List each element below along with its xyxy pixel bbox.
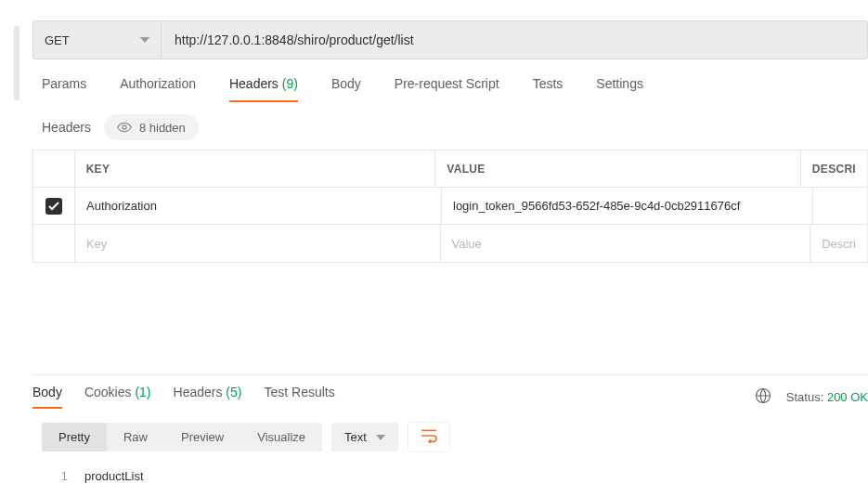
- col-checkbox: [33, 150, 75, 187]
- status-value: 200 OK: [827, 390, 868, 404]
- headers-title: Headers: [42, 120, 91, 135]
- line-number: 1: [51, 469, 84, 483]
- resp-tab-body[interactable]: Body: [32, 385, 62, 409]
- row-checkbox[interactable]: [45, 198, 62, 215]
- headers-table: KEY VALUE DESCRI Authorization login_tok…: [32, 150, 868, 263]
- tab-params[interactable]: Params: [42, 76, 86, 102]
- view-pretty[interactable]: Pretty: [42, 423, 107, 451]
- tab-body[interactable]: Body: [331, 76, 361, 102]
- status: Status: 200 OK: [786, 390, 868, 404]
- headers-table-new-row[interactable]: Key Value Descri: [33, 225, 867, 262]
- new-row-checkbox-cell: [33, 225, 75, 262]
- new-row-value[interactable]: Value: [441, 225, 811, 262]
- col-desc: DESCRI: [801, 150, 867, 187]
- sidebar-handle[interactable]: [14, 26, 19, 100]
- headers-subheader: Headers 8 hidden: [32, 103, 868, 150]
- method-value: GET: [45, 33, 70, 47]
- tab-authorization[interactable]: Authorization: [120, 76, 196, 102]
- view-raw[interactable]: Raw: [107, 423, 164, 451]
- tab-prerequest[interactable]: Pre-request Script: [395, 76, 499, 102]
- code-line: productList: [84, 469, 144, 483]
- status-label: Status:: [786, 390, 823, 404]
- chevron-down-icon: [376, 435, 385, 440]
- row-checkbox-cell: [33, 188, 75, 224]
- tab-headers-count: (9): [282, 76, 298, 91]
- new-row-key[interactable]: Key: [75, 225, 441, 262]
- headers-table-head: KEY VALUE DESCRI: [33, 150, 867, 188]
- resp-tab-cookies-label: Cookies: [84, 385, 132, 399]
- response-header-bar: Body Cookies (1) Headers (5) Test Result…: [32, 374, 868, 409]
- col-value: VALUE: [435, 150, 801, 187]
- row-key[interactable]: Authorization: [75, 188, 442, 224]
- resp-tab-headers-label: Headers: [174, 385, 223, 399]
- url-input[interactable]: [161, 20, 868, 59]
- tab-headers-label: Headers: [229, 76, 279, 91]
- new-row-desc[interactable]: Descri: [810, 225, 867, 262]
- response-toolbar: Pretty Raw Preview Visualize Text: [32, 409, 868, 460]
- row-value[interactable]: login_token_9566fd53-652f-485e-9c4d-0cb2…: [442, 188, 813, 224]
- response-tabs: Body Cookies (1) Headers (5) Test Result…: [32, 385, 335, 409]
- view-visualize[interactable]: Visualize: [240, 423, 322, 451]
- eye-icon: [117, 120, 132, 135]
- method-select[interactable]: GET: [32, 20, 161, 59]
- hidden-headers-toggle[interactable]: 8 hidden: [104, 114, 199, 140]
- svg-point-0: [123, 125, 126, 129]
- view-mode-segment: Pretty Raw Preview Visualize: [42, 423, 322, 451]
- resp-tab-cookies-count: (1): [135, 385, 150, 399]
- row-desc[interactable]: [813, 188, 867, 224]
- view-preview[interactable]: Preview: [164, 423, 240, 451]
- headers-table-row[interactable]: Authorization login_token_9566fd53-652f-…: [33, 188, 867, 225]
- resp-tab-test-results[interactable]: Test Results: [264, 385, 334, 409]
- resp-tab-headers-count: (5): [226, 385, 241, 399]
- format-select[interactable]: Text: [331, 423, 398, 451]
- request-tabs: Params Authorization Headers (9) Body Pr…: [32, 61, 868, 103]
- resp-tab-cookies[interactable]: Cookies (1): [84, 385, 151, 409]
- tab-headers[interactable]: Headers (9): [229, 76, 298, 102]
- resp-tab-headers[interactable]: Headers (5): [174, 385, 242, 409]
- chevron-down-icon: [140, 37, 149, 43]
- wrap-lines-button[interactable]: [408, 422, 450, 452]
- tab-tests[interactable]: Tests: [533, 76, 564, 102]
- format-value: Text: [344, 430, 367, 444]
- tab-settings[interactable]: Settings: [596, 76, 643, 102]
- request-bar: GET: [32, 20, 868, 59]
- globe-icon[interactable]: [755, 387, 771, 407]
- hidden-headers-label: 8 hidden: [139, 121, 186, 135]
- response-body[interactable]: 1productList: [32, 460, 868, 483]
- col-key: KEY: [75, 150, 436, 187]
